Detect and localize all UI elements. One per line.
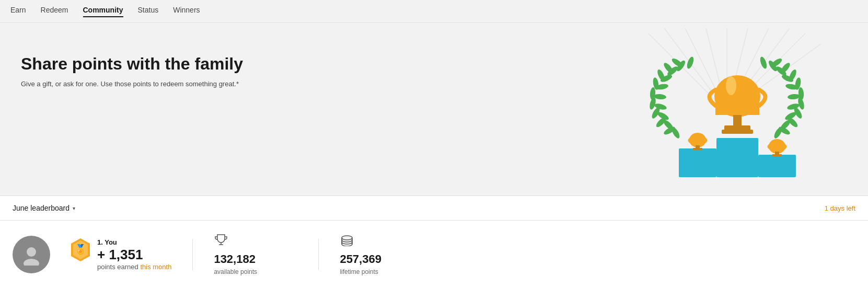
available-points-value: 132,182 [214,252,256,266]
nav-item-redeem[interactable]: Redeem [41,6,68,17]
nav-item-community[interactable]: Community [83,6,123,17]
nav-item-status[interactable]: Status [138,6,159,17]
svg-rect-62 [733,115,742,126]
svg-rect-64 [722,130,753,134]
nav-item-winners[interactable]: Winners [173,6,200,17]
svg-rect-49 [716,138,758,177]
user-rank-label: 1. You [97,238,171,246]
chevron-down-icon: ▾ [73,205,75,211]
stat-lifetime-points: 257,369 lifetime points [340,234,423,275]
rank-badge-icon: 🏅 [71,238,90,261]
svg-rect-60 [715,96,759,115]
days-left-badge: 1 days left [825,204,855,212]
avatar-icon [20,244,42,266]
coins-icon [340,234,354,249]
avatar [13,236,50,273]
user-points-value: + 1,351 [97,247,171,262]
svg-point-66 [24,259,39,266]
svg-point-33 [788,94,801,100]
svg-rect-48 [679,148,716,177]
svg-point-65 [27,247,36,257]
divider-vertical-1 [192,239,193,270]
svg-rect-52 [691,140,704,145]
svg-point-81 [342,236,352,240]
lifetime-points-value: 257,369 [340,252,381,266]
lifetime-points-label: lifetime points [340,268,378,275]
hero-section: Share points with the family Give a gift… [0,23,868,195]
nav-item-earn[interactable]: Earn [10,6,26,17]
available-points-label: available points [214,268,257,275]
leaderboard-bar: June leaderboard ▾ 1 days left [0,195,868,221]
user-badge-block: 🏅 1. You + 1,351 points earned this mont… [71,238,171,271]
svg-text:🏅: 🏅 [75,244,87,255]
user-points-label: points earned this month [97,263,171,271]
trophy-small-icon [214,234,228,246]
svg-rect-58 [772,154,782,156]
trophy-illustration [617,28,837,190]
svg-rect-50 [758,155,796,177]
user-points-block: 1. You + 1,351 points earned this month [97,238,171,271]
leaderboard-dropdown[interactable]: June leaderboard ▾ [13,204,75,212]
leaderboard-title-text: June leaderboard [13,204,70,212]
nav-bar: Earn Redeem Community Status Winners [0,0,868,23]
coins-stack-icon [340,234,354,246]
divider-vertical-2 [318,239,319,270]
svg-rect-54 [693,148,702,150]
hero-title: Share points with the family [21,54,334,74]
svg-point-14 [654,94,667,100]
hero-text-block: Share points with the family Give a gift… [21,54,334,88]
stat-available-points: 132,182 available points [214,234,297,275]
svg-point-61 [726,76,736,95]
hero-subtitle: Give a gift, or ask for one. Use those p… [21,80,334,88]
trophy-icon [214,234,228,249]
stats-row: 🏅 1. You + 1,351 points earned this mont… [0,221,868,288]
svg-rect-56 [771,146,783,152]
trophy-svg [617,28,837,190]
